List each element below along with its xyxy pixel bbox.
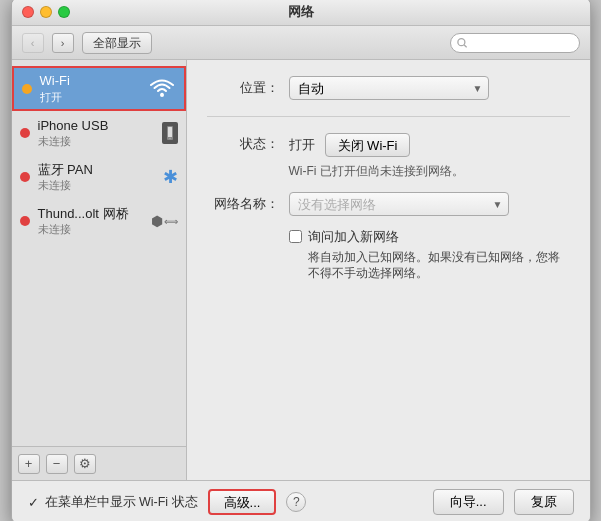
sidebar-footer: + − ⚙ (12, 446, 186, 480)
status-description: Wi-Fi 已打开但尚未连接到网络。 (289, 163, 464, 180)
sidebar-item-wifi[interactable]: Wi-Fi 打开 (12, 66, 186, 111)
back-icon: ‹ (31, 37, 35, 49)
status-value: 打开 (289, 136, 315, 154)
forward-icon: › (61, 37, 65, 49)
show-wifi-status-row: ✓ 在菜单栏中显示 Wi-Fi 状态 (28, 494, 198, 511)
network-name-select-wrapper: 没有选择网络 ▼ (289, 192, 509, 216)
status-section: 状态： 打开 关闭 Wi-Fi Wi-Fi 已打开但尚未连接到网络。 (207, 133, 570, 180)
status-dot-wifi (22, 84, 32, 94)
location-select-wrapper: 自动 ▼ (289, 76, 489, 100)
phone-icon (162, 122, 178, 144)
divider-1 (207, 116, 570, 117)
network-name-select[interactable]: 没有选择网络 (289, 192, 509, 216)
sidebar-item-wifi-sub: 打开 (40, 90, 140, 104)
toggle-wifi-button[interactable]: 关闭 Wi-Fi (325, 133, 411, 157)
sidebar-item-wifi-name: Wi-Fi (40, 73, 140, 90)
svg-point-2 (160, 93, 164, 97)
status-label: 状态： (207, 133, 279, 153)
sidebar-item-thunderbolt[interactable]: Thund...olt 网桥 未连接 ⬢ ⟺ (12, 199, 186, 243)
sidebar-item-thunderbolt-sub: 未连接 (38, 222, 143, 236)
svg-point-5 (169, 138, 171, 140)
thunderbolt-icon: ⬢ ⟺ (151, 213, 178, 229)
add-icon: + (25, 456, 33, 471)
ask-join-desc-block: 询问加入新网络 将自动加入已知网络。如果没有已知网络，您将不得不手动选择网络。 (308, 228, 570, 281)
svg-point-0 (457, 38, 464, 45)
guide-button[interactable]: 向导... (433, 489, 504, 515)
gear-icon: ⚙ (79, 456, 91, 471)
traffic-lights (22, 6, 70, 18)
network-window: 网络 ‹ › 全部显示 Wi-Fi (11, 0, 591, 521)
maximize-button[interactable] (58, 6, 70, 18)
search-input[interactable] (471, 36, 573, 50)
close-button[interactable] (22, 6, 34, 18)
sidebar-item-bluetooth-pan-name: 蓝牙 PAN (38, 162, 155, 179)
remove-icon: − (53, 456, 61, 471)
remove-network-button[interactable]: − (46, 454, 68, 474)
search-box (450, 33, 580, 53)
network-name-row: 网络名称： 没有选择网络 ▼ (207, 192, 570, 216)
ask-join-label: 询问加入新网络 (308, 228, 570, 246)
wifi-icon (148, 79, 176, 99)
sidebar-item-bluetooth-pan[interactable]: 蓝牙 PAN 未连接 ✱ (12, 155, 186, 199)
sidebar-item-thunderbolt-name: Thund...olt 网桥 (38, 206, 143, 223)
main-panel: 位置： 自动 ▼ 状态： 打开 关闭 Wi-Fi Wi-Fi 已打开但 (187, 60, 590, 480)
back-button[interactable]: ‹ (22, 33, 44, 53)
ask-join-checkbox[interactable] (289, 230, 302, 243)
restore-button[interactable]: 复原 (514, 489, 574, 515)
svg-rect-4 (168, 127, 172, 137)
sidebar-list: Wi-Fi 打开 (12, 60, 186, 446)
search-icon (457, 37, 468, 49)
location-row: 位置： 自动 ▼ (207, 76, 570, 100)
sidebar-item-iphone-usb-sub: 未连接 (38, 134, 154, 148)
checkmark-icon: ✓ (28, 495, 39, 510)
content: Wi-Fi 打开 (12, 60, 590, 480)
advanced-button[interactable]: 高级... (208, 489, 277, 515)
forward-button[interactable]: › (52, 33, 74, 53)
network-settings-button[interactable]: ⚙ (74, 454, 96, 474)
add-network-button[interactable]: + (18, 454, 40, 474)
ask-join-row: 询问加入新网络 将自动加入已知网络。如果没有已知网络，您将不得不手动选择网络。 (289, 228, 570, 281)
location-select[interactable]: 自动 (289, 76, 489, 100)
help-button[interactable]: ? (286, 492, 306, 512)
location-label: 位置： (207, 79, 279, 97)
status-dot-iphone-usb (20, 128, 30, 138)
status-dot-thunderbolt (20, 216, 30, 226)
titlebar: 网络 (12, 0, 590, 26)
sidebar-item-iphone-usb-name: iPhone USB (38, 118, 154, 135)
bottom-bar: ✓ 在菜单栏中显示 Wi-Fi 状态 高级... ? 向导... 复原 (12, 480, 590, 521)
network-name-label: 网络名称： (207, 195, 279, 213)
status-dot-bluetooth-pan (20, 172, 30, 182)
bottom-right-buttons: 向导... 复原 (433, 489, 574, 515)
svg-line-1 (464, 44, 467, 47)
sidebar: Wi-Fi 打开 (12, 60, 187, 480)
window-title: 网络 (288, 3, 314, 21)
show-all-button[interactable]: 全部显示 (82, 32, 152, 54)
status-content: 打开 关闭 Wi-Fi Wi-Fi 已打开但尚未连接到网络。 (289, 133, 464, 180)
show-wifi-status-label: 在菜单栏中显示 Wi-Fi 状态 (45, 494, 198, 511)
minimize-button[interactable] (40, 6, 52, 18)
ask-join-description: 将自动加入已知网络。如果没有已知网络，您将不得不手动选择网络。 (308, 249, 570, 281)
sidebar-item-iphone-usb[interactable]: iPhone USB 未连接 (12, 111, 186, 155)
toolbar: ‹ › 全部显示 (12, 26, 590, 60)
bluetooth-icon: ✱ (163, 166, 178, 188)
sidebar-item-bluetooth-pan-sub: 未连接 (38, 178, 155, 192)
status-value-row: 打开 关闭 Wi-Fi (289, 133, 464, 157)
